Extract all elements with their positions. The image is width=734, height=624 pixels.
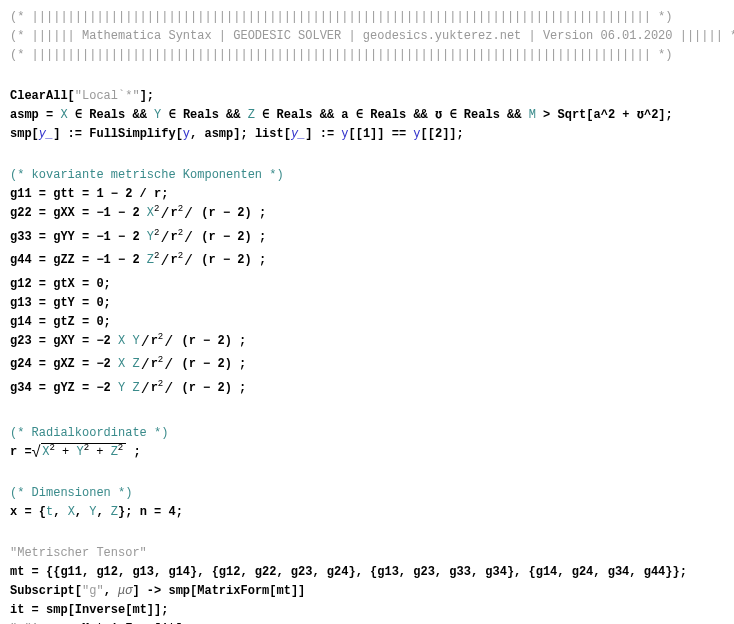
var: mt [276,584,290,598]
asmp-assign: asmp = [10,108,60,122]
sym-x: X [60,108,67,122]
code-line: g11 = gtt = 1 − 2 / r; [10,187,168,201]
sym-z: Z [248,108,255,122]
it-assign: it = [10,603,46,617]
kw: > [536,108,558,122]
header-title: (* |||||| Mathematica Syntax | GEODESIC … [10,29,734,43]
fn-clearall: ClearAll [10,89,68,103]
kw: ∈ Reals && [349,108,435,122]
sym: Z [111,505,118,519]
code-line: g33 = gYY = −1 − 2 Y2/r2/ (r − 2) ; [10,228,724,251]
greek: μσ [118,584,132,598]
code-line: r = √ X2 + Y2 + Z2 ; [10,443,724,461]
sym: X [68,505,75,519]
comment: (* Radialkoordinate *) [10,426,168,440]
sym-m: M [529,108,536,122]
x-assign: x = { [10,505,46,519]
kw: ∈ Reals [255,108,313,122]
kw: ∈ Reals && [161,108,247,122]
arrow: -> [140,584,169,598]
kw: && [313,108,342,122]
string-label: "Metrischer Tensor" [10,546,147,560]
kw: ∈ Reals && [442,108,528,122]
sqrt-expr: √ X2 + Y2 + Z2 [32,443,127,461]
code-line: g34 = gYZ = −2 Y Z/r2/ (r − 2) ; [10,379,724,402]
header-bar1: (* |||||||||||||||||||||||||||||||||||||… [10,10,673,24]
code-line: g44 = gZZ = −1 − 2 Z2/r2/ (r − 2) ; [10,251,724,274]
code-line: Subscript["g", μσ] -> smp[MatrixForm[mt]… [10,582,724,600]
code-line: x = {t, X, Y, Z}; n = 4; [10,503,724,521]
code-line: g23 = gXY = −2 X Y/r2/ (r − 2) ; [10,332,724,355]
code-line: smp[y_] := FullSimplify[y, asmp]; list[y… [10,125,724,143]
code-line: g14 = gtZ = 0; [10,315,111,329]
code-line: it = smp[Inverse[mt]]; [10,601,724,619]
fn: smp [168,584,190,598]
fn-fullsimplify: FullSimplify [89,127,175,141]
code-line: ClearAll["Local`*"]; [10,87,724,105]
header-bar2: (* |||||||||||||||||||||||||||||||||||||… [10,48,673,62]
code-line: g24 = gXZ = −2 X Z/r2/ (r − 2) ; [10,355,724,378]
code-line: mt = {{g11, g12, g13, g14}, {g12, g22, g… [10,565,687,579]
fn: MatrixForm [197,584,269,598]
comment: (* kovariante metrische Komponenten *) [10,168,284,182]
fn-sqrt: Sqrt [557,108,586,122]
fn: smp [46,603,68,617]
expr: a^2 + ʊ^2 [594,108,659,122]
r-assign: r = [10,443,32,461]
comment: (* Dimensionen *) [10,486,132,500]
string: "g" [82,584,104,598]
expr: }; n = 4; [118,505,183,519]
code-line: g12 = gtX = 0; [10,277,111,291]
fn-smp: smp [10,127,32,141]
code-line: g22 = gXX = −1 − 2 X2/r2/ (r − 2) ; [10,204,724,227]
code-line: "g"^μσ -> MatrixForm[it] [10,620,724,624]
var: mt [132,603,146,617]
string-arg: "Local`*" [75,89,140,103]
kw: ∈ Reals && [68,108,154,122]
fn-subscript: Subscript [10,584,75,598]
code-line: asmp = X ∈ Reals && Y ∈ Reals && Z ∈ Rea… [10,106,724,124]
code-line: g13 = gtY = 0; [10,296,111,310]
fn-list: list [255,127,284,141]
fn: Inverse [75,603,125,617]
